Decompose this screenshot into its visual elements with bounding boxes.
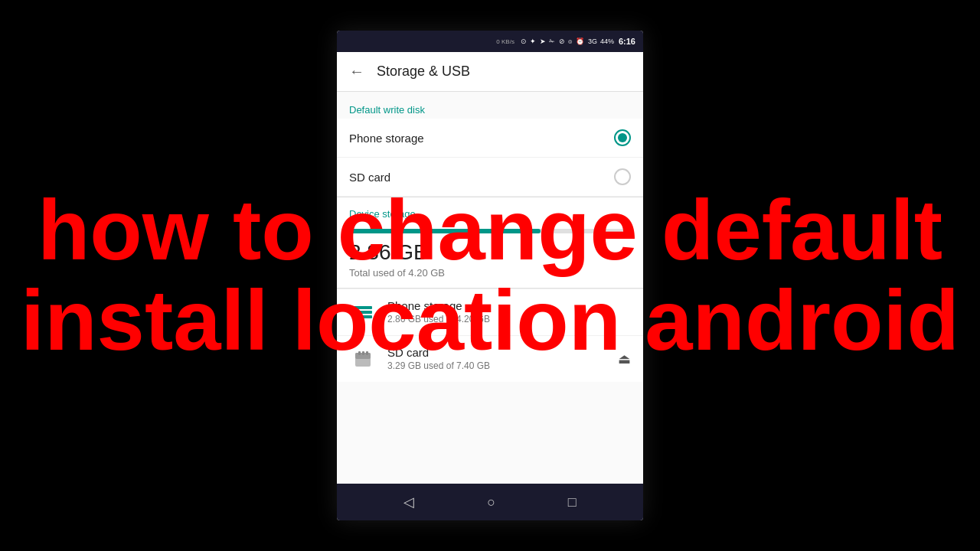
phone-storage-item-detail: 2.86 GB used of 4.20 GB xyxy=(387,314,631,324)
phone-storage-radio-button[interactable] xyxy=(614,129,631,146)
phone-icon-line3 xyxy=(354,315,372,318)
phone-storage-label: Phone storage xyxy=(349,132,424,145)
storage-used-label: Total used of 4.20 GB xyxy=(349,267,631,279)
sd-card-item-detail: 3.29 GB used of 7.40 GB xyxy=(387,360,607,371)
sd-card-item-name: SD card xyxy=(387,346,607,359)
device-storage-bar-container: 2.86 GB Total used of 4.20 GB xyxy=(337,223,643,288)
phone-storage-item-name: Phone storage xyxy=(387,299,631,312)
status-left-label: 0 KB/s xyxy=(496,38,514,45)
phone-storage-icon xyxy=(349,298,377,326)
svg-rect-3 xyxy=(362,351,364,355)
status-bar: 0 KB/s ⊙ ✦ ➤ ✁ ⊘ ⌾ ⏰ 3G 44% 6:16 xyxy=(337,31,643,52)
back-button[interactable]: ← xyxy=(349,63,364,80)
device-storage-header: Device storage xyxy=(337,197,643,223)
phone-storage-radio-inner xyxy=(618,133,627,142)
phone-icon xyxy=(354,306,372,318)
status-battery: 44% xyxy=(600,37,614,45)
phone-icon-line2 xyxy=(354,311,372,314)
sd-card-item[interactable]: SD card 3.29 GB used of 7.40 GB ⏏ xyxy=(337,335,643,382)
status-icons-symbols: ⊙ ✦ ➤ ✁ ⊘ ⌾ ⏰ xyxy=(521,37,585,45)
status-signal: 3G xyxy=(588,37,597,45)
nav-back-button[interactable]: ◁ xyxy=(403,494,414,510)
sd-card-icon xyxy=(349,345,377,373)
status-time: 6:16 xyxy=(619,37,635,46)
eject-icon[interactable]: ⏏ xyxy=(618,350,631,367)
sd-card-radio-button[interactable] xyxy=(614,168,631,185)
storage-bar-fill xyxy=(349,229,541,233)
phone-storage-radio-option[interactable]: Phone storage xyxy=(337,119,643,158)
svg-rect-2 xyxy=(358,351,361,355)
nav-bar: ◁ ○ □ xyxy=(337,484,643,520)
storage-bar-track xyxy=(349,229,631,233)
app-bar: ← Storage & USB xyxy=(337,52,643,92)
default-write-disk-header: Default write disk xyxy=(337,92,643,119)
phone-storage-item-info: Phone storage 2.86 GB used of 4.20 GB xyxy=(387,299,631,324)
phone-screen: 0 KB/s ⊙ ✦ ➤ ✁ ⊘ ⌾ ⏰ 3G 44% 6:16 ← Stora… xyxy=(337,31,643,520)
status-icons: 0 KB/s ⊙ ✦ ➤ ✁ ⊘ ⌾ ⏰ 3G 44% 6:16 xyxy=(496,37,635,46)
phone-storage-item[interactable]: Phone storage 2.86 GB used of 4.20 GB xyxy=(337,289,643,335)
app-bar-title: Storage & USB xyxy=(377,64,470,80)
phone-icon-line1 xyxy=(354,306,372,309)
storage-available-gb: 2.86 GB xyxy=(349,240,631,266)
sd-card-label: SD card xyxy=(349,171,390,184)
sd-card-radio-option[interactable]: SD card xyxy=(337,158,643,197)
sd-card-item-info: SD card 3.29 GB used of 7.40 GB xyxy=(387,346,607,371)
nav-recent-button[interactable]: □ xyxy=(568,494,577,510)
nav-home-button[interactable]: ○ xyxy=(487,494,495,510)
content-area: Default write disk Phone storage SD card… xyxy=(337,92,643,484)
svg-rect-4 xyxy=(366,351,368,355)
sd-card-svg xyxy=(352,348,374,370)
